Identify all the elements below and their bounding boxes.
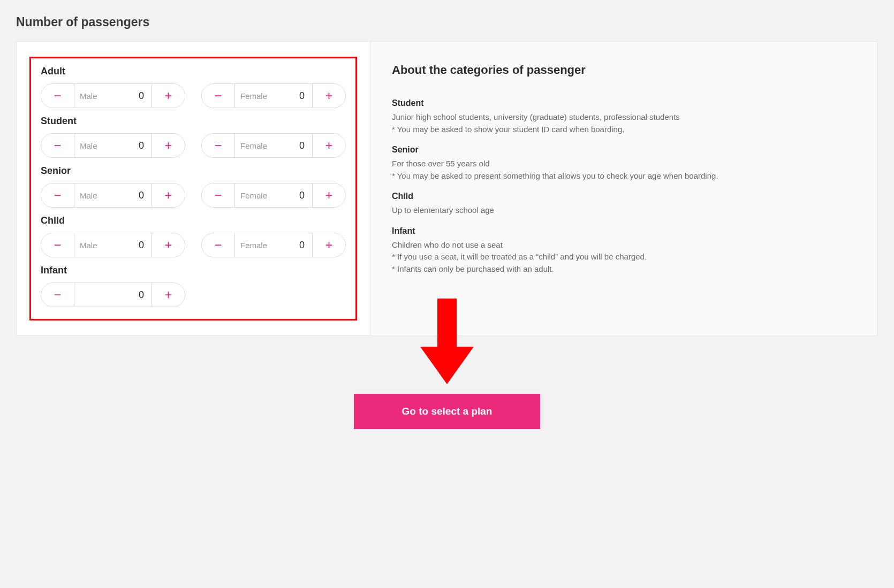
minus-icon: − <box>54 238 61 253</box>
stepper-display: Male 0 <box>74 134 151 157</box>
stepper-student-male: − Male 0 + <box>41 133 185 158</box>
stepper-gender-label: Male <box>80 191 139 200</box>
minus-icon: − <box>54 88 61 103</box>
about-text: Children who do not use a seat* If you u… <box>392 239 856 276</box>
stepper-value: 0 <box>299 190 305 201</box>
stepper-value: 0 <box>299 140 305 151</box>
minus-icon: − <box>54 287 61 302</box>
about-heading: Senior <box>392 145 856 155</box>
stepper-gender-label: Male <box>80 141 139 150</box>
minus-button[interactable]: − <box>202 184 235 207</box>
about-senior: Senior For those over 55 years old* You … <box>392 145 856 182</box>
stepper-senior-female: − Female 0 + <box>201 183 346 208</box>
stepper-value: 0 <box>299 90 305 102</box>
plus-button[interactable]: + <box>312 134 345 157</box>
stepper-gender-label: Female <box>240 241 299 250</box>
plus-icon: + <box>164 88 172 103</box>
about-text: Junior high school students, university … <box>392 111 856 135</box>
plus-button[interactable]: + <box>151 233 185 257</box>
minus-icon: − <box>214 188 222 203</box>
stepper-value: 0 <box>299 240 305 251</box>
stepper-display: Male 0 <box>74 233 151 257</box>
stepper-adult-female: − Female 0 + <box>201 83 346 108</box>
plus-button[interactable]: + <box>312 84 345 108</box>
minus-button[interactable]: − <box>41 184 74 207</box>
stepper-infant: − 0 + <box>41 282 185 307</box>
category-label-adult: Adult <box>41 66 346 77</box>
plus-button[interactable]: + <box>312 184 345 207</box>
minus-button[interactable]: − <box>202 134 235 157</box>
stepper-value: 0 <box>139 90 144 102</box>
passenger-card: Adult − Male 0 + − Female 0 + <box>16 41 878 336</box>
minus-icon: − <box>214 88 222 103</box>
about-panel: About the categories of passenger Studen… <box>370 42 877 335</box>
stepper-display: Female 0 <box>235 134 312 157</box>
plus-button[interactable]: + <box>151 184 185 207</box>
minus-button[interactable]: − <box>202 84 235 108</box>
about-heading: Child <box>392 192 856 201</box>
plus-button[interactable]: + <box>312 233 345 257</box>
plus-button[interactable]: + <box>151 84 185 108</box>
minus-icon: − <box>214 138 222 153</box>
stepper-display: Male 0 <box>74 184 151 207</box>
go-to-select-plan-button[interactable]: Go to select a plan <box>354 394 541 429</box>
minus-button[interactable]: − <box>41 283 74 307</box>
stepper-display: Female 0 <box>235 84 312 108</box>
plus-icon: + <box>164 138 172 153</box>
about-child: Child Up to elementary school age <box>392 192 856 217</box>
passenger-form-panel: Adult − Male 0 + − Female 0 + <box>17 42 370 335</box>
stepper-value: 0 <box>139 240 144 251</box>
category-label-infant: Infant <box>41 265 346 276</box>
minus-icon: − <box>214 238 222 253</box>
stepper-senior-male: − Male 0 + <box>41 183 185 208</box>
stepper-gender-label: Male <box>80 241 139 250</box>
stepper-display: 0 <box>74 283 151 307</box>
plus-icon: + <box>164 287 172 302</box>
plus-icon: + <box>325 138 332 153</box>
stepper-gender-label: Female <box>240 141 299 150</box>
category-label-student: Student <box>41 116 346 127</box>
plus-icon: + <box>325 88 332 103</box>
minus-button[interactable]: − <box>41 134 74 157</box>
stepper-display: Male 0 <box>74 84 151 108</box>
plus-icon: + <box>325 188 332 203</box>
plus-button[interactable]: + <box>151 134 185 157</box>
minus-button[interactable]: − <box>202 233 235 257</box>
category-label-child: Child <box>41 215 346 226</box>
stepper-value: 0 <box>139 289 144 301</box>
minus-button[interactable]: − <box>41 84 74 108</box>
plus-icon: + <box>164 188 172 203</box>
about-text: For those over 55 years old* You may be … <box>392 158 856 182</box>
about-heading: Student <box>392 98 856 108</box>
stepper-child-male: − Male 0 + <box>41 233 185 257</box>
highlight-box: Adult − Male 0 + − Female 0 + <box>29 57 357 320</box>
plus-button[interactable]: + <box>151 283 185 307</box>
stepper-gender-label: Female <box>240 91 299 101</box>
plus-icon: + <box>325 238 332 253</box>
plus-icon: + <box>164 238 172 253</box>
stepper-value: 0 <box>139 140 144 151</box>
stepper-value: 0 <box>139 190 144 201</box>
about-title: About the categories of passenger <box>392 63 856 77</box>
stepper-display: Female 0 <box>235 233 312 257</box>
stepper-child-female: − Female 0 + <box>201 233 346 257</box>
page-title: Number of passengers <box>16 15 878 29</box>
minus-button[interactable]: − <box>41 233 74 257</box>
about-text: Up to elementary school age <box>392 204 856 217</box>
stepper-student-female: − Female 0 + <box>201 133 346 158</box>
about-student: Student Junior high school students, uni… <box>392 98 856 135</box>
minus-icon: − <box>54 138 61 153</box>
minus-icon: − <box>54 188 61 203</box>
stepper-gender-label: Female <box>240 191 299 200</box>
stepper-adult-male: − Male 0 + <box>41 83 185 108</box>
stepper-display: Female 0 <box>235 184 312 207</box>
about-heading: Infant <box>392 226 856 236</box>
stepper-gender-label: Male <box>80 91 139 101</box>
category-label-senior: Senior <box>41 165 346 177</box>
about-infant: Infant Children who do not use a seat* I… <box>392 226 856 276</box>
